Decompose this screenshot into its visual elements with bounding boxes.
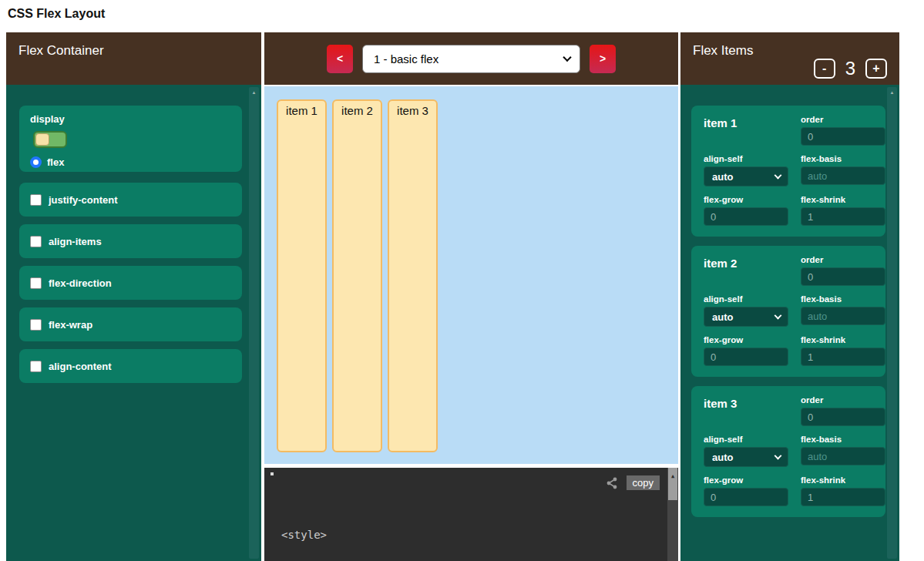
left-panel-scrollbar[interactable]: ▲ — [249, 87, 259, 559]
order-label: order — [801, 115, 885, 124]
flex-container-panel: Flex Container display flex justify-cont… — [6, 32, 261, 561]
flex-wrap-label: flex-wrap — [49, 319, 92, 331]
flex-items-body: item 1 order align-self auto flex-basis … — [680, 85, 899, 561]
code-scrollbar-thumb[interactable]: ▲ — [668, 468, 677, 500]
display-toggle[interactable] — [33, 131, 67, 148]
align-self-select[interactable]: auto — [704, 447, 788, 467]
share-icon[interactable] — [605, 476, 619, 490]
property-card-flex-wrap: flex-wrap — [19, 307, 242, 341]
flex-container-header: Flex Container — [6, 32, 261, 85]
display-label: display — [30, 113, 231, 125]
next-preset-button[interactable]: > — [590, 45, 616, 73]
order-label: order — [801, 255, 885, 264]
flex-shrink-label: flex-shrink — [801, 195, 885, 204]
property-card-align-content: align-content — [19, 349, 242, 383]
flex-grow-label: flex-grow — [704, 195, 788, 204]
property-card-flex-direction: flex-direction — [19, 266, 242, 300]
align-items-checkbox[interactable] — [30, 236, 42, 247]
flex-basis-label: flex-basis — [801, 294, 885, 304]
demo-item-1: item 1 — [277, 99, 327, 452]
item-card-3: item 3 order align-self auto flex-basis … — [691, 386, 885, 517]
flex-container-body: display flex justify-content align-items… — [6, 85, 261, 561]
flex-demo-area: item 1 item 2 item 3 — [264, 86, 678, 464]
prev-preset-button[interactable]: < — [327, 45, 353, 73]
scroll-up-icon[interactable]: ▲ — [887, 89, 897, 96]
code-scrollbar[interactable]: ▲ — [667, 468, 678, 561]
scroll-up-icon[interactable]: ▲ — [249, 89, 259, 96]
item-count: 3 — [845, 58, 855, 79]
flex-grow-input[interactable] — [704, 207, 788, 226]
align-self-label: align-self — [704, 294, 788, 304]
right-panel-scrollbar[interactable]: ▲ — [887, 87, 897, 559]
flex-shrink-label: flex-shrink — [801, 475, 885, 485]
align-items-label: align-items — [49, 236, 102, 247]
flex-shrink-input[interactable] — [801, 207, 885, 226]
align-content-checkbox[interactable] — [30, 361, 42, 372]
flex-grow-input[interactable] — [704, 348, 788, 366]
flex-items-header: Flex Items - 3 + — [680, 32, 899, 85]
flex-wrap-checkbox[interactable] — [30, 319, 42, 331]
flex-grow-label: flex-grow — [704, 475, 788, 485]
flex-shrink-input[interactable] — [801, 488, 885, 506]
justify-content-label: justify-content — [49, 194, 118, 206]
flex-grow-input[interactable] — [704, 488, 788, 506]
align-self-label: align-self — [704, 154, 788, 163]
copy-button[interactable]: copy — [627, 475, 660, 490]
property-card-align-items: align-items — [19, 224, 242, 258]
align-self-label: align-self — [704, 435, 788, 444]
order-input[interactable] — [801, 267, 885, 286]
flex-grow-label: flex-grow — [704, 335, 788, 344]
display-card: display flex — [19, 106, 242, 172]
preset-select[interactable]: 1 - basic flex — [362, 45, 580, 73]
flex-radio[interactable] — [30, 156, 42, 168]
flex-container-title: Flex Container — [18, 43, 104, 59]
flex-basis-label: flex-basis — [801, 435, 885, 444]
align-content-label: align-content — [49, 361, 112, 372]
preview-column: < 1 - basic flex > item 1 item 2 item 3 … — [264, 32, 678, 561]
item-card-2: item 2 order align-self auto flex-basis … — [691, 246, 885, 377]
flex-radio-label: flex — [47, 156, 64, 168]
flex-direction-checkbox[interactable] — [30, 277, 42, 289]
add-item-button[interactable]: + — [865, 59, 887, 79]
flex-direction-label: flex-direction — [49, 277, 112, 289]
flex-basis-input[interactable] — [801, 166, 885, 185]
flex-basis-input[interactable] — [801, 307, 885, 325]
item-card-title: item 3 — [704, 395, 788, 426]
display-toggle-knob — [35, 133, 49, 146]
property-card-justify-content: justify-content — [19, 183, 242, 217]
flex-basis-label: flex-basis — [801, 154, 885, 163]
order-input[interactable] — [801, 127, 885, 146]
align-self-select[interactable]: auto — [704, 166, 788, 186]
code-line: <style> — [281, 528, 652, 543]
code-marker-dot — [270, 472, 274, 475]
preset-header: < 1 - basic flex > — [264, 32, 678, 85]
order-label: order — [801, 395, 885, 405]
item-card-1: item 1 order align-self auto flex-basis … — [691, 106, 885, 237]
flex-items-panel: Flex Items - 3 + item 1 order align-self… — [680, 32, 899, 561]
flex-items-title: Flex Items — [693, 43, 753, 59]
page-title: CSS Flex Layout — [8, 7, 105, 21]
remove-item-button[interactable]: - — [814, 59, 835, 79]
justify-content-checkbox[interactable] — [30, 194, 42, 206]
flex-shrink-input[interactable] — [801, 348, 885, 366]
scroll-up-icon[interactable]: ▲ — [671, 473, 674, 479]
demo-item-3: item 3 — [388, 99, 438, 452]
flex-shrink-label: flex-shrink — [801, 335, 885, 344]
align-self-select[interactable]: auto — [704, 307, 788, 327]
code-panel: copy <style> .flex-container { display: … — [264, 468, 678, 561]
item-card-title: item 1 — [704, 115, 788, 146]
flex-basis-input[interactable] — [801, 447, 885, 465]
order-input[interactable] — [801, 408, 885, 426]
item-card-title: item 2 — [704, 255, 788, 286]
demo-item-2: item 2 — [332, 99, 382, 452]
